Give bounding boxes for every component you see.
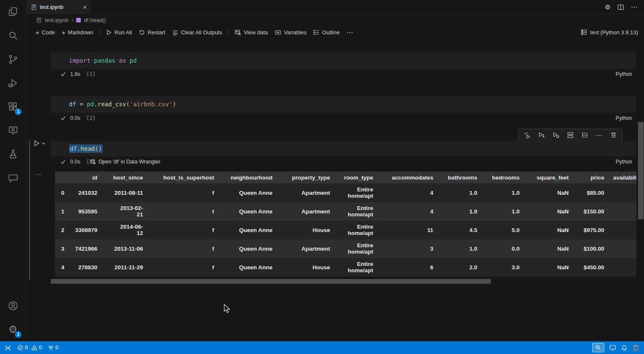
table-cell: House — [277, 221, 334, 239]
delete-cell-icon[interactable] — [607, 130, 620, 141]
cell-1-editor[interactable]: import·pandas·as·pd — [51, 52, 636, 69]
table-cell: 2011-08-11 — [102, 183, 147, 202]
code-token: pd — [129, 57, 137, 64]
cell-1-status: [1] 1.8s Python — [51, 69, 636, 79]
outline-button[interactable]: Outline — [310, 28, 343, 37]
jupyter-status-icon[interactable] — [633, 345, 639, 351]
zoom-button[interactable] — [592, 343, 604, 352]
code-token: = — [80, 101, 83, 108]
column-header: property_type — [277, 171, 334, 183]
add-code-label: Code — [42, 29, 55, 36]
table-header-row: idhost_sincehost_is_superhostneighbourho… — [55, 171, 636, 183]
column-header: neighbourhood — [218, 171, 277, 183]
success-check-icon — [60, 71, 66, 77]
radio-tower-icon — [48, 345, 54, 351]
mouse-cursor — [223, 304, 231, 314]
cell-more-actions-icon[interactable]: ⋯ — [592, 130, 606, 141]
open-data-wrangler-link[interactable]: Open 'df' in Data Wrangler — [90, 159, 160, 165]
plus-icon: + — [36, 29, 39, 36]
table-cell: $100.00 — [573, 239, 608, 258]
clear-all-outputs-button[interactable]: Clear All Outputs — [169, 28, 226, 37]
tab-test-ipynb[interactable]: test.ipynb × — [27, 0, 91, 14]
cell-3-editor[interactable]: df.head() — [51, 141, 636, 156]
more-glyph: ⋯ — [596, 131, 603, 139]
table-cell: Apartment — [277, 183, 334, 202]
add-code-cell-button[interactable]: + Code — [32, 28, 58, 37]
kernel-picker[interactable]: test (Python 3.9.13) — [581, 29, 638, 36]
split-editor-icon[interactable] — [617, 4, 624, 11]
code-token: pd — [87, 101, 94, 108]
horizontal-scrollbar[interactable] — [51, 279, 491, 284]
table-cell: 2011-11-29 — [102, 258, 147, 277]
table-cell: Entire home/apt — [334, 258, 377, 277]
column-header: id — [69, 171, 102, 183]
table-cell — [608, 258, 636, 277]
join-cells-icon[interactable] — [564, 130, 577, 141]
variables-button[interactable]: Variables — [271, 28, 310, 37]
column-header: square_feet — [524, 171, 573, 183]
table-cell: $150.00 — [573, 202, 608, 221]
vertical-scrollbar[interactable] — [638, 122, 644, 219]
plus-icon: + — [62, 29, 66, 36]
chat-icon[interactable] — [0, 166, 26, 190]
cell-language[interactable]: Python — [616, 159, 632, 165]
table-cell: 11 — [377, 221, 438, 239]
remote-window-indicator[interactable] — [609, 344, 616, 351]
table-cell: 2.0 — [438, 258, 482, 277]
source-control-icon[interactable] — [0, 47, 26, 71]
restart-button[interactable]: Restart — [135, 28, 169, 37]
execute-above-cells-icon[interactable] — [520, 130, 534, 141]
column-header: bedrooms — [482, 171, 524, 183]
view-data-button[interactable]: View data — [231, 28, 271, 37]
cell-2-editor[interactable]: df·=·pd.read_csv('airbnb.csv') — [51, 95, 636, 113]
table-cell: 2013-11-06 — [102, 239, 147, 258]
editor-more-actions-icon[interactable]: ⋯ — [631, 3, 638, 11]
breadcrumb-file[interactable]: test.ipynb — [45, 17, 69, 23]
ports-indicator[interactable]: 0 — [48, 345, 58, 351]
search-icon[interactable] — [0, 24, 26, 47]
code-token: read_csv — [97, 101, 126, 108]
execute-cell-and-below-icon[interactable] — [535, 130, 548, 141]
cell-2-code: df·=·pd.read_csv('airbnb.csv') — [69, 101, 176, 108]
success-check-icon — [60, 115, 66, 121]
split-cell-icon[interactable] — [578, 130, 592, 141]
table-cell: 241032 — [69, 183, 102, 202]
breadcrumb-separator: › — [72, 17, 74, 23]
run-all-button[interactable]: Run All — [102, 28, 135, 37]
add-markdown-cell-button[interactable]: + Markdown — [58, 28, 97, 37]
remote-explorer-icon[interactable] — [0, 119, 26, 142]
extensions-icon[interactable]: 1 — [0, 95, 26, 119]
settings-gear-icon[interactable]: ⚙ 1 — [0, 318, 26, 341]
table-cell: $450.00 — [573, 258, 608, 277]
explorer-icon[interactable] — [0, 0, 26, 24]
cell-language[interactable]: Python — [616, 71, 632, 77]
table-row: 19535952013-02- 21tQueen AnneApartmentEn… — [55, 202, 636, 221]
debug-cell-icon[interactable] — [549, 130, 563, 141]
code-token: · — [83, 101, 87, 108]
testing-icon[interactable] — [0, 142, 26, 166]
run-cell-button[interactable] — [33, 140, 46, 147]
table-cell: NaN — [524, 239, 573, 258]
table-cell: 0 — [55, 183, 69, 202]
remote-icon — [4, 344, 11, 351]
customize-layout-icon[interactable]: ⚙ — [605, 3, 611, 11]
problems-indicator[interactable]: 0 0 — [17, 345, 42, 351]
breadcrumb-symbol[interactable]: df.head() — [84, 17, 106, 23]
output-more-actions-icon[interactable]: ⋯ — [36, 170, 43, 178]
zoom-in-icon — [595, 345, 601, 351]
table-cell: 1.0 — [438, 202, 482, 221]
table-cell: 2014-06- 12 — [102, 221, 147, 239]
ports-count: 0 — [55, 345, 58, 351]
cell-language[interactable]: Python — [616, 115, 632, 121]
table-cell: 278830 — [69, 258, 102, 277]
table-cell: 4 — [377, 202, 438, 221]
toolbar-more-actions[interactable]: ⋯ — [343, 27, 357, 38]
table-cell: f — [147, 183, 218, 202]
remote-indicator[interactable] — [4, 344, 11, 351]
tab-close-icon[interactable]: × — [83, 4, 87, 10]
notifications-bell[interactable] — [621, 345, 627, 351]
activity-bar: 1 ⚙ 1 — [0, 0, 26, 341]
accounts-icon[interactable] — [0, 294, 26, 318]
run-debug-icon[interactable] — [0, 71, 26, 95]
error-count: 0 — [25, 345, 28, 351]
